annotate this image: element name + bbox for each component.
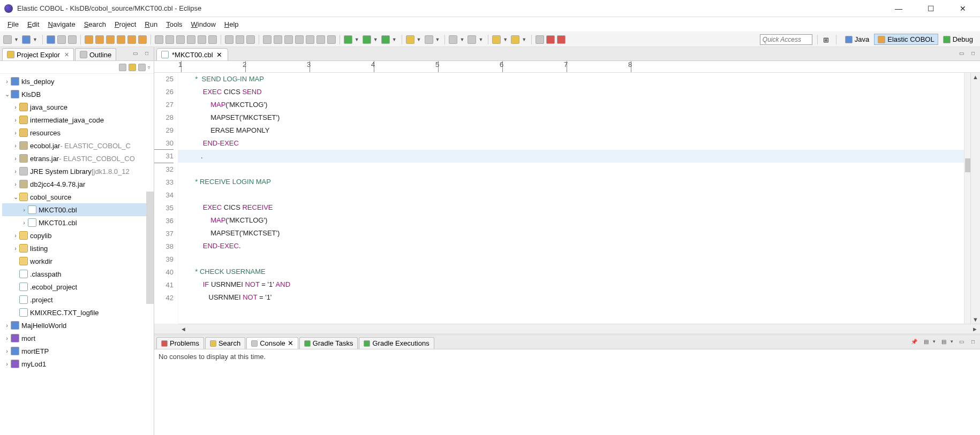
dropdown-arrow-icon[interactable]: ▾ bbox=[951, 339, 953, 344]
tool-icon[interactable] bbox=[117, 35, 125, 44]
code-line[interactable]: END-EXEC. bbox=[178, 240, 964, 253]
dropdown-arrow-icon[interactable]: ▾ bbox=[933, 339, 936, 344]
debug-icon[interactable] bbox=[344, 35, 352, 44]
tree-twistie-icon[interactable]: › bbox=[12, 232, 19, 239]
scroll-right-icon[interactable]: ► bbox=[972, 326, 978, 332]
tree-twistie-icon[interactable]: › bbox=[12, 142, 19, 149]
run-icon[interactable] bbox=[363, 35, 371, 44]
tree-twistie-icon[interactable]: › bbox=[3, 322, 11, 329]
code-line[interactable]: * RECEIVE LOGIN MAP bbox=[178, 175, 964, 188]
layout-icon[interactable] bbox=[208, 35, 217, 44]
minimize-editor-icon[interactable]: ▭ bbox=[956, 49, 966, 57]
dropdown-arrow-icon[interactable]: ▼ bbox=[33, 37, 37, 42]
tree-item[interactable]: ›MKCT00.cbl bbox=[2, 203, 153, 216]
tree-item[interactable]: ›JRE System Library [jdk1.8.0_12 bbox=[2, 165, 153, 178]
step-icon[interactable] bbox=[316, 35, 325, 44]
stop-icon[interactable] bbox=[274, 35, 282, 44]
action-icon[interactable] bbox=[225, 35, 233, 44]
tree-twistie-icon[interactable]: › bbox=[12, 245, 19, 251]
nav-back-icon[interactable] bbox=[492, 35, 501, 44]
tree-item[interactable]: ›listing bbox=[2, 242, 153, 255]
scroll-down-icon[interactable]: ▼ bbox=[973, 316, 978, 323]
horizontal-scrollbar[interactable]: ◄ ► bbox=[178, 324, 980, 333]
tree-item[interactable]: KMIXREC.TXT_logfile bbox=[2, 306, 153, 319]
minimize-panel-icon[interactable]: ▭ bbox=[956, 337, 966, 346]
menu-item-help[interactable]: Help bbox=[221, 19, 242, 29]
pin-console-icon[interactable]: 📌 bbox=[909, 337, 919, 346]
tree-item[interactable]: ›ecobol.jar - ELASTIC_COBOL_C bbox=[2, 139, 153, 152]
menu-item-window[interactable]: Window bbox=[188, 19, 219, 29]
print-icon[interactable] bbox=[57, 35, 66, 44]
tree-item[interactable]: ›kls_deploy bbox=[2, 75, 153, 88]
tool-icon[interactable] bbox=[106, 35, 115, 44]
dropdown-arrow-icon[interactable]: ▼ bbox=[503, 37, 508, 42]
menu-item-project[interactable]: Project bbox=[111, 19, 139, 29]
tree-twistie-icon[interactable]: › bbox=[12, 181, 19, 187]
coverage-icon[interactable] bbox=[381, 35, 390, 44]
tree-twistie-icon[interactable]: › bbox=[12, 104, 19, 110]
layout-icon[interactable] bbox=[198, 35, 206, 44]
dropdown-arrow-icon[interactable]: ▼ bbox=[14, 37, 19, 42]
maximize-view-icon[interactable]: □ bbox=[142, 49, 152, 57]
code-line[interactable]: USRNMEI NOT = '1' bbox=[178, 291, 964, 304]
tool-icon[interactable] bbox=[95, 35, 104, 44]
new-icon[interactable] bbox=[3, 35, 12, 44]
tree-item[interactable]: ›MKCT01.cbl bbox=[2, 216, 153, 229]
minimize-button[interactable]: — bbox=[889, 4, 908, 13]
quick-access-input[interactable] bbox=[760, 34, 812, 45]
dropdown-arrow-icon[interactable]: ▼ bbox=[435, 37, 440, 42]
display-console-icon[interactable]: ▤ bbox=[921, 337, 931, 346]
pin-icon[interactable] bbox=[536, 35, 544, 44]
tree-item[interactable]: .ecobol_project bbox=[2, 280, 153, 293]
tree-twistie-icon[interactable]: › bbox=[20, 207, 28, 213]
tree-item[interactable]: ›mort bbox=[2, 332, 153, 345]
tool-icon[interactable] bbox=[85, 35, 93, 44]
bottom-tab-problems[interactable]: Problems bbox=[156, 337, 204, 349]
code-line[interactable]: IF USRNMEI NOT = '1' AND bbox=[178, 278, 964, 291]
editor-body[interactable]: 252627282930313233343536373839404142 * S… bbox=[154, 73, 980, 324]
perspective-java[interactable]: Java bbox=[841, 34, 873, 45]
tree-twistie-icon[interactable]: › bbox=[12, 129, 19, 136]
close-tab-icon[interactable]: ✕ bbox=[216, 51, 222, 59]
tree-item[interactable]: ›etrans.jar - ELASTIC_COBOL_CO bbox=[2, 152, 153, 165]
code-line[interactable] bbox=[178, 253, 964, 265]
stop-icon[interactable] bbox=[546, 35, 555, 44]
tree-twistie-icon[interactable]: › bbox=[12, 117, 19, 123]
code-line[interactable]: MAPSET('MKCTSET') bbox=[178, 111, 964, 124]
open-type-icon[interactable] bbox=[468, 35, 476, 44]
tree-item[interactable]: ›db2jcc4-4.9.78.jar bbox=[2, 178, 153, 190]
close-view-icon[interactable]: ✕ bbox=[64, 51, 69, 58]
action-icon[interactable] bbox=[246, 35, 255, 44]
bottom-tab-gradle-tasks[interactable]: Gradle Tasks bbox=[299, 337, 358, 349]
save-icon[interactable] bbox=[22, 35, 31, 44]
code-area[interactable]: * SEND LOG-IN MAP EXEC CICS SEND MAP('MK… bbox=[178, 73, 964, 324]
editor-tab[interactable]: *MKCT00.cbl ✕ bbox=[156, 48, 228, 60]
skip-icon[interactable] bbox=[263, 35, 272, 44]
dropdown-arrow-icon[interactable]: ▼ bbox=[392, 37, 397, 42]
tree-item[interactable]: .project bbox=[2, 293, 153, 306]
tree-item[interactable]: ›java_source bbox=[2, 101, 153, 113]
step-icon[interactable] bbox=[306, 35, 314, 44]
ext-tools-icon[interactable] bbox=[406, 35, 414, 44]
bottom-tab-gradle-executions[interactable]: Gradle Executions bbox=[359, 337, 434, 349]
tree-twistie-icon[interactable]: › bbox=[12, 155, 19, 162]
dropdown-arrow-icon[interactable]: ▼ bbox=[478, 37, 483, 42]
new-class-icon[interactable] bbox=[425, 35, 433, 44]
code-line[interactable]: EXEC CICS RECEIVE bbox=[178, 201, 964, 214]
save-all-icon[interactable] bbox=[47, 35, 55, 44]
open-perspective-icon[interactable]: ⊞ bbox=[823, 35, 831, 44]
dropdown-arrow-icon[interactable]: ▼ bbox=[459, 37, 464, 42]
tree-twistie-icon[interactable]: ⌄ bbox=[12, 194, 19, 201]
menu-item-search[interactable]: Search bbox=[81, 19, 109, 29]
maximize-button[interactable]: ☐ bbox=[921, 4, 940, 13]
code-line[interactable]: EXEC CICS SEND bbox=[178, 86, 964, 98]
link-editor-icon[interactable] bbox=[129, 64, 136, 71]
code-line[interactable]: ERASE MAPONLY bbox=[178, 124, 964, 137]
terminate-icon[interactable] bbox=[557, 35, 566, 44]
menu-item-tools[interactable]: Tools bbox=[163, 19, 185, 29]
code-line[interactable]: MAP('MKCTLOG') bbox=[178, 98, 964, 111]
tree-item[interactable]: ⌄KlsDB bbox=[2, 88, 153, 101]
menu-item-run[interactable]: Run bbox=[141, 19, 161, 29]
code-line[interactable]: END-EXEC bbox=[178, 137, 964, 150]
vertical-scrollbar[interactable]: ▲ ▼ bbox=[970, 73, 980, 324]
